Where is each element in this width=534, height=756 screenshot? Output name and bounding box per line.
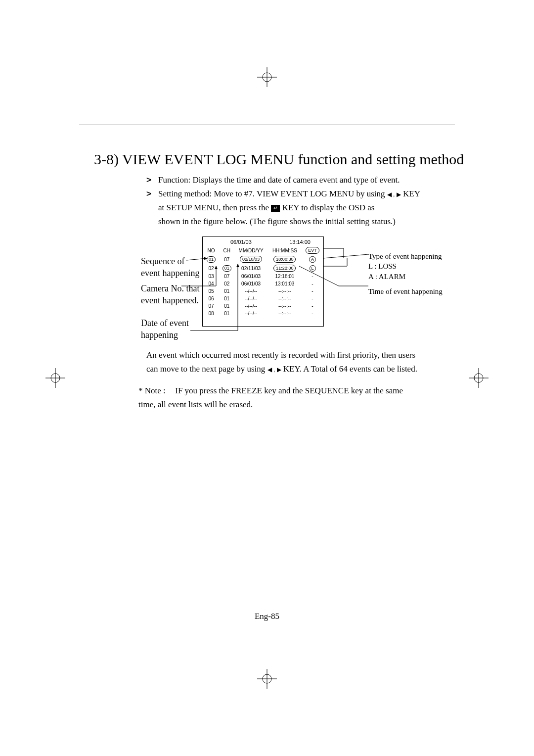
osd-cell: - [302,273,323,280]
osd-cell: --/--/-- [234,287,267,295]
para-b: KEY. A Total of 64 events can be listed. [281,364,417,374]
osd-screen: 06/01/03 13:14:00 NO CH MM/DD/YY HH:MM:S… [202,236,324,327]
osd-cell: 07 [220,255,234,264]
svg-line-19 [323,254,368,258]
osd-col-no: NO [203,246,220,255]
osd-header-date: 06/01/03 [230,239,252,245]
right-annotations: Type of event happening L : LOSS A : ALA… [368,251,467,296]
osd-cell: --:--:-- [268,302,302,310]
osd-cell: A [302,255,323,264]
osd-cell: 03 [203,273,220,280]
osd-cell: 06/01/03 [234,280,267,287]
osd-cell: 07 [203,302,220,310]
osd-cell: 06/01/03 [234,273,267,280]
osd-col-dt: MM/DD/YY [234,246,267,255]
osd-row: 040206/01/0313:01:03- [203,280,323,287]
osd-row: 0501--/--/----:--:--- [203,287,323,295]
crop-mark-bottom [257,669,277,689]
osd-row: 010702/10/0310:00:30A [203,255,323,264]
osd-cell: 05 [203,287,220,295]
crop-mark-right [469,368,489,388]
ann-camera: Camera No. that event happened. [141,283,201,307]
osd-cell: 12:18:01 [268,273,302,280]
osd-col-tm: HH:MM:SS [268,246,302,255]
osd-cell: 02/10/03 [234,255,267,264]
setting-line2b: KEY to display the OSD as [282,203,375,212]
function-text: Displays the time and date of camera eve… [192,175,400,185]
osd-cell: 13:01:03 [268,280,302,287]
note-text: IF you press the FREEZE key and the SEQU… [138,386,403,409]
osd-cell: - [302,302,323,310]
osd-col-evt: EVT [306,247,319,254]
setting-line1b: KEY [401,189,420,198]
osd-cell: - [302,295,323,302]
osd-cell: 02 [220,280,234,287]
setting-label: Setting method: [158,189,212,198]
ann-type-loss: L : LOSS [368,261,467,271]
osd-cell: 01 [220,287,234,295]
osd-cell: --/--/-- [234,302,267,310]
left-right-key-icon: ◀ , ▶ [267,366,281,373]
ann-type-alarm: A : ALARM [368,272,467,282]
enter-key-icon: ↵ [271,205,280,212]
ann-type-title: Type of event happening [368,251,467,261]
function-line: Function: Displays the time and date of … [158,173,420,187]
osd-cell: --/--/-- [234,310,267,317]
osd-cell: 10:00:30 [268,255,302,264]
crop-mark-top [257,67,277,87]
note-block: * Note : IF you press the FREEZE key and… [138,384,420,412]
osd-cell: 06 [203,295,220,302]
ann-sequence: Sequence of event happening [141,255,201,280]
left-right-key-icon: ◀ , ▶ [387,191,401,198]
osd-cell: L [302,264,323,273]
osd-row: 020102/11/0311:22:00L [203,264,323,273]
osd-cell: --:--:-- [268,287,302,295]
paragraph: An event which occurred most recently is… [146,348,420,376]
osd-row: 0701--/--/----:--:--- [203,302,323,310]
osd-cell: 01 [220,295,234,302]
osd-cell: --:--:-- [268,295,302,302]
osd-cell: 01 [203,255,220,264]
setting-line2a: at SETUP MENU, then press the [158,203,271,212]
osd-cell: 01 [220,310,234,317]
osd-cell: 07 [220,273,234,280]
osd-row: 030706/01/0312:18:01- [203,273,323,280]
osd-cell: - [302,310,323,317]
setting-line3: shown in the figure below. (The figure s… [158,217,396,226]
osd-cell: - [302,287,323,295]
osd-header-time: 13:14:00 [289,239,311,245]
osd-col-ch: CH [220,246,234,255]
bullet-icon: > [146,173,158,187]
intro-block: > Function: Displays the time and date o… [146,173,420,229]
osd-table: NO CH MM/DD/YY HH:MM:SS EVT 010702/10/03… [203,246,323,317]
osd-cell: - [302,280,323,287]
setting-line1a: Move to #7. VIEW EVENT LOG MENU by using [214,189,387,198]
osd-cell: 04 [203,280,220,287]
crop-mark-left [45,368,65,388]
osd-row: 0601--/--/----:--:--- [203,295,323,302]
left-annotations: Sequence of event happening Camera No. t… [141,255,201,341]
page-number: Eng-85 [25,612,509,621]
section-heading: 3-8) VIEW EVENT LOG MENU function and se… [94,151,464,168]
osd-row: 0801--/--/----:--:--- [203,310,323,317]
ann-date: Date of event happening [141,317,201,341]
osd-cell: 02/11/03 [234,264,267,273]
osd-cell: 01 [220,264,234,273]
note-label: * Note : [138,384,173,398]
osd-cell: 01 [220,302,234,310]
header-rule [79,125,455,125]
osd-cell: 11:22:00 [268,264,302,273]
osd-cell: 02 [203,264,220,273]
function-label: Function: [158,175,190,185]
ann-time: Time of event happening [368,286,467,296]
setting-method-block: Setting method: Move to #7. VIEW EVENT L… [158,187,420,229]
osd-cell: --:--:-- [268,310,302,317]
osd-cell: 08 [203,310,220,317]
bullet-icon: > [146,187,158,229]
osd-cell: --/--/-- [234,295,267,302]
